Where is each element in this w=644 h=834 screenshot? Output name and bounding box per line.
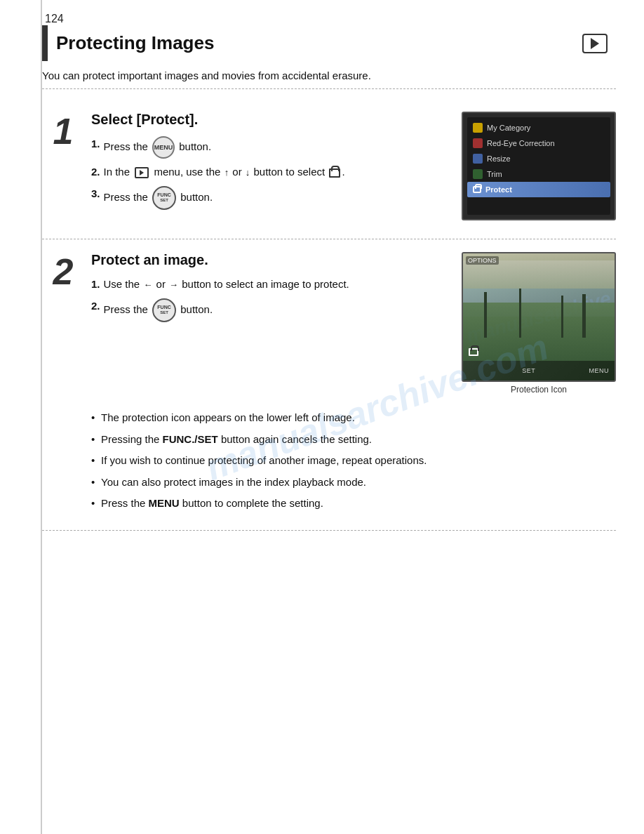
menu-item-redeye: Red-Eye Correction bbox=[467, 135, 610, 151]
step-1-image: My Category Red-Eye Correction Resize bbox=[462, 112, 616, 220]
menu-screenshot: My Category Red-Eye Correction Resize bbox=[462, 112, 616, 220]
menu-label-category: My Category bbox=[487, 124, 530, 132]
instruction-num-2: 2. bbox=[91, 164, 100, 180]
step-1-instruction-1: 1. Press the MENU button. bbox=[91, 136, 449, 159]
menu-label-other: Trim bbox=[487, 170, 502, 178]
arrow-left-icon: ← bbox=[143, 278, 152, 292]
playback-triangle bbox=[591, 38, 599, 49]
funcset-text-bold: FUNC./SET bbox=[163, 433, 218, 445]
arrow-down-icon: ↓ bbox=[246, 166, 250, 180]
intro-text: You can protect important images and mov… bbox=[42, 70, 616, 89]
playback-mode-icon bbox=[582, 34, 608, 53]
protection-icon-label: Protection Icon bbox=[462, 385, 616, 395]
title-bar: Protecting Images bbox=[42, 25, 616, 61]
bullet-5: Press the MENU button to complete the se… bbox=[91, 496, 616, 512]
menu-item-other: Trim bbox=[467, 166, 610, 182]
step-1-instruction-3: 3. Press the FUNC SET button. bbox=[91, 186, 449, 210]
camera-image-overlay: SET MENU bbox=[463, 361, 615, 380]
instruction-text-1: Press the MENU button. bbox=[104, 136, 212, 159]
menu-label-resize: Resize bbox=[487, 154, 511, 163]
step-1-content: My Category Red-Eye Correction Resize bbox=[84, 112, 616, 226]
step2-instruction-text-2: Press the FUNC SET button. bbox=[104, 298, 213, 322]
camera-bottom-menu: MENU bbox=[589, 367, 609, 374]
step-2-content: manualsarchive OPTIONS bbox=[84, 252, 616, 517]
menu-item-protect: Protect bbox=[467, 182, 610, 197]
step-1-number-col: 1 bbox=[42, 112, 84, 226]
step-2-instruction-2: 2. Press the FUNC SET button. bbox=[91, 298, 449, 322]
menu-item-category: My Category bbox=[467, 120, 610, 135]
menu-label-protect: Protect bbox=[485, 185, 512, 194]
instruction-num-3: 3. bbox=[91, 186, 100, 202]
step-2-number-col: 2 bbox=[42, 252, 84, 517]
menu-icon-other bbox=[473, 169, 483, 179]
bullet-2: Pressing the FUNC./SET button again canc… bbox=[91, 432, 616, 448]
page-title: Protecting Images bbox=[56, 32, 214, 54]
step2-instruction-num-2: 2. bbox=[91, 298, 100, 315]
arrow-right-icon: → bbox=[169, 278, 178, 292]
instruction-num-1: 1. bbox=[91, 136, 100, 152]
menu-icon-category bbox=[473, 123, 483, 133]
instruction-text-2: In the menu, use the ↑ or ↓ button to se… bbox=[104, 164, 345, 180]
step-1-number: 1 bbox=[53, 113, 74, 150]
instruction-text-3: Press the FUNC SET button. bbox=[104, 186, 213, 210]
menu-icon-redeye bbox=[473, 138, 483, 148]
camera-top-label: OPTIONS bbox=[466, 256, 499, 265]
step-1-section: 1 My Category Red-Eye Correction bbox=[42, 99, 616, 239]
step-2-instruction-1: 1. Use the ← or → button to select an im… bbox=[91, 277, 449, 293]
funcset-button-icon-2: FUNC SET bbox=[152, 298, 176, 322]
step2-instruction-num-1: 1. bbox=[91, 277, 100, 293]
menu-text-bold: MENU bbox=[149, 497, 180, 509]
funcset-button-icon-1: FUNC SET bbox=[152, 186, 176, 210]
menu-label-redeye: Red-Eye Correction bbox=[487, 139, 555, 147]
protect-key-icon-display bbox=[469, 348, 478, 356]
arrow-up-icon: ↑ bbox=[224, 166, 229, 180]
bullet-4: You can also protect images in the index… bbox=[91, 475, 616, 491]
step2-instruction-text-1: Use the ← or → button to select an image… bbox=[104, 277, 349, 293]
menu-button-icon: MENU bbox=[152, 136, 175, 159]
step-2-number: 2 bbox=[53, 253, 74, 290]
step-1-instruction-2: 2. In the menu, use the ↑ or ↓ button to… bbox=[91, 164, 449, 180]
bullet-3: If you wish to continue protecting of an… bbox=[91, 453, 616, 469]
menu-item-resize: Resize bbox=[467, 151, 610, 166]
menu-icon-protect bbox=[473, 186, 481, 193]
bullet-list: The protection icon appears on the lower… bbox=[91, 410, 616, 512]
menu-icon-resize bbox=[473, 154, 483, 164]
bullet-1: The protection icon appears on the lower… bbox=[91, 410, 616, 426]
playback-menu-icon bbox=[135, 167, 149, 178]
page-number: 124 bbox=[45, 13, 64, 25]
camera-bottom-set: SET bbox=[522, 367, 535, 374]
protect-key-icon bbox=[329, 168, 340, 178]
step-2-image: manualsarchive OPTIONS bbox=[462, 252, 616, 395]
playback-menu-triangle bbox=[140, 170, 144, 176]
protection-icon-area bbox=[467, 345, 480, 358]
step-2-section: 2 manualsarchive OPTIONS bbox=[42, 239, 616, 531]
camera-screenshot: manualsarchive OPTIONS bbox=[462, 252, 616, 382]
